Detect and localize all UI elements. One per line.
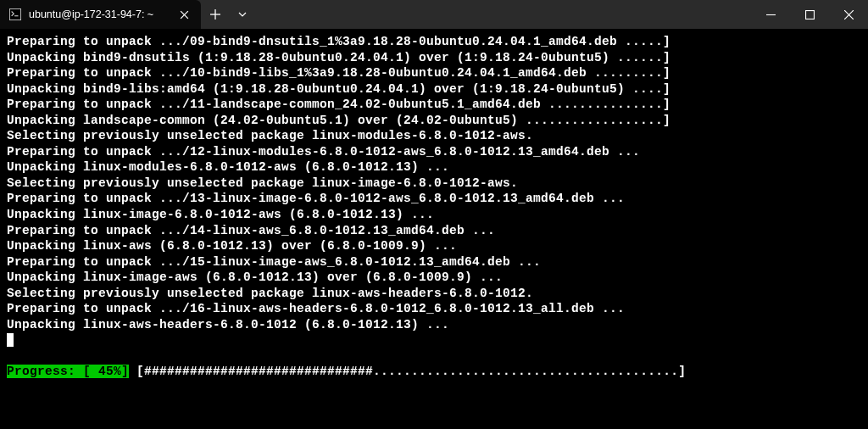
tab-dropdown-button[interactable] [230, 0, 255, 29]
tab-title: ubuntu@ip-172-31-94-7: ~ [29, 8, 153, 20]
svg-rect-8 [805, 10, 814, 19]
progress-bar: [##############################.........… [129, 365, 693, 378]
output-line: Unpacking bind9-dnsutils (1:9.18.28-0ubu… [7, 50, 861, 66]
maximize-button[interactable] [790, 0, 829, 29]
minimize-button[interactable] [751, 0, 790, 29]
progress-line: Progress: [ 45%] [######################… [7, 364, 861, 380]
output-line: Unpacking linux-aws-headers-6.8.0-1012 (… [7, 317, 861, 333]
window-controls [751, 0, 868, 29]
output-line: Preparing to unpack .../15-linux-image-a… [7, 254, 861, 270]
output-line: Unpacking linux-modules-6.8.0-1012-aws (… [7, 159, 861, 176]
output-line: Preparing to unpack .../11-landscape-com… [7, 97, 861, 113]
output-line: Unpacking linux-image-6.8.0-1012-aws (6.… [7, 207, 861, 223]
output-line: Unpacking bind9-libs:amd64 (1:9.18.28-0u… [7, 81, 861, 98]
svg-rect-1 [10, 9, 20, 20]
output-line: Unpacking linux-image-aws (6.8.0-1012.13… [7, 270, 861, 286]
terminal-output[interactable]: Preparing to unpack .../09-bind9-dnsutil… [0, 29, 868, 429]
blank-line [7, 348, 861, 364]
output-line: Preparing to unpack .../16-linux-aws-hea… [7, 301, 861, 317]
output-line: Selecting previously unselected package … [7, 286, 861, 302]
new-tab-button[interactable] [201, 0, 230, 29]
titlebar-drag-area[interactable] [255, 0, 751, 29]
titlebar: ubuntu@ip-172-31-94-7: ~ [0, 0, 868, 29]
output-line: Unpacking landscape-common (24.02-0ubunt… [7, 113, 861, 129]
terminal-icon [8, 8, 22, 21]
close-button[interactable] [829, 0, 868, 29]
terminal-tab[interactable]: ubuntu@ip-172-31-94-7: ~ [0, 0, 201, 29]
progress-label: Progress: [ 45%] [7, 365, 129, 378]
cursor-line [7, 332, 861, 348]
output-line: Preparing to unpack .../10-bind9-libs_1%… [7, 65, 861, 81]
output-line: Preparing to unpack .../12-linux-modules… [7, 144, 861, 160]
output-line: Unpacking linux-aws (6.8.0-1012.13) over… [7, 238, 861, 254]
output-line: Preparing to unpack .../09-bind9-dnsutil… [7, 34, 861, 50]
cursor [7, 333, 14, 347]
output-line: Selecting previously unselected package … [7, 176, 861, 192]
tab-close-button[interactable] [175, 6, 192, 23]
output-line: Preparing to unpack .../14-linux-aws_6.8… [7, 223, 861, 239]
output-line: Preparing to unpack .../13-linux-image-6… [7, 191, 861, 207]
output-line: Selecting previously unselected package … [7, 128, 861, 144]
